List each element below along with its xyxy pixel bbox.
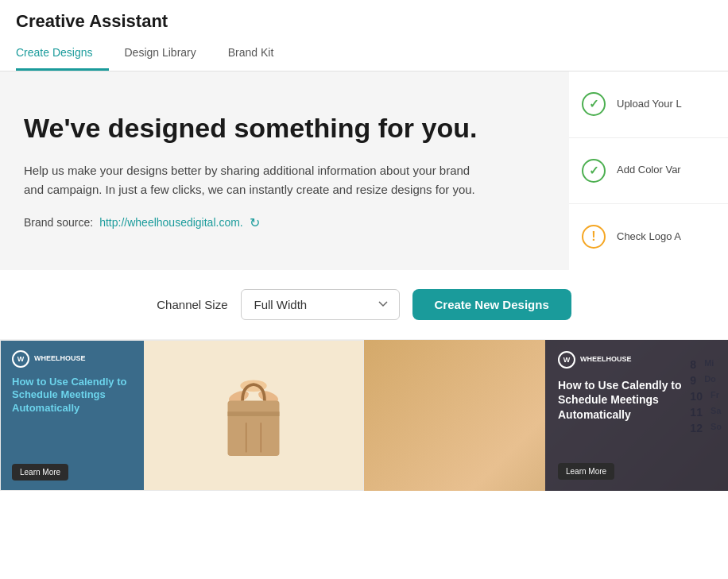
design-card-1: W WHEELHOUSE How to Use Calendly to Sche… [0, 340, 364, 491]
design-card-1-inner: W WHEELHOUSE How to Use Calendly to Sche… [0, 340, 364, 491]
logo-circle-text-1: W [17, 355, 25, 363]
tab-create-designs[interactable]: Create Designs [16, 40, 109, 71]
app-title: Creative Assistant [16, 11, 712, 32]
check-complete-icon-1 [582, 92, 606, 116]
brand-source-label: Brand source: [24, 216, 93, 229]
design-gallery: W WHEELHOUSE How to Use Calendly to Sche… [0, 340, 728, 491]
logo-circle-1: W [12, 350, 29, 368]
checklist-panel: Upload Your L Add Color Var Check Logo A [569, 71, 728, 270]
hero-description: Help us make your designs better by shar… [24, 161, 485, 199]
hero-section: We've designed something for you. Help u… [0, 71, 728, 270]
channel-size-select[interactable]: Full Width Half Width Square Story [241, 289, 400, 320]
design-card-2-inner: 8 Mi 9 Do 10 Fr 11 Sa [364, 340, 728, 491]
checklist-label-color: Add Color Var [617, 164, 681, 177]
brand-name-1: WHEELHOUSE [34, 355, 86, 363]
logo-circle-2: W [558, 351, 575, 369]
design-card-2-overlay: W WHEELHOUSE How to Use Calendly to Sche… [545, 340, 728, 491]
design-card-1-right [144, 341, 363, 490]
logo-circle-text-2: W [563, 356, 571, 364]
learn-more-button-2[interactable]: Learn More [558, 463, 614, 480]
create-new-designs-button[interactable]: Create New Designs [412, 289, 571, 320]
channel-size-label: Channel Size [157, 298, 227, 311]
brand-logo-2: W WHEELHOUSE [558, 351, 715, 369]
brand-name-2: WHEELHOUSE [580, 356, 632, 364]
refresh-icon[interactable]: ↻ [250, 215, 260, 230]
design-title-1: How to Use Calendly to Schedule Meetings… [12, 376, 133, 416]
controls-bar: Channel Size Full Width Half Width Squar… [0, 270, 728, 340]
design-title-2: How to Use Calendly to Schedule Meetings… [558, 378, 715, 423]
svg-rect-3 [228, 400, 280, 456]
tab-brand-kit[interactable]: Brand Kit [228, 40, 290, 71]
checklist-label-logo: Check Logo A [617, 230, 681, 244]
hero-content: We've designed something for you. Help u… [24, 111, 532, 230]
tab-nav: Create Designs Design Library Brand Kit [16, 40, 712, 71]
hero-brand-source: Brand source: http://wheelhousedigital.c… [24, 215, 532, 230]
design-card-2: 8 Mi 9 Do 10 Fr 11 Sa [364, 340, 728, 491]
shopping-bag-svg [206, 364, 301, 467]
checklist-item-upload-logo: Upload Your L [569, 71, 728, 138]
svg-rect-4 [228, 411, 280, 416]
checklist-item-check-logo: Check Logo A [569, 204, 728, 270]
check-warning-icon [582, 225, 606, 249]
app-header: Creative Assistant Create Designs Design… [0, 0, 728, 71]
checklist-item-add-color: Add Color Var [569, 138, 728, 205]
check-complete-icon-2 [582, 159, 606, 183]
brand-url-link[interactable]: http://wheelhousedigital.com. [99, 216, 243, 229]
tab-design-library[interactable]: Design Library [125, 40, 212, 71]
design-card-1-left: W WHEELHOUSE How to Use Calendly to Sche… [1, 341, 144, 490]
brand-logo-1: W WHEELHOUSE [12, 350, 133, 368]
hero-title: We've designed something for you. [24, 111, 532, 145]
learn-more-button-1[interactable]: Learn More [12, 464, 68, 481]
checklist-label-upload: Upload Your L [617, 98, 682, 111]
